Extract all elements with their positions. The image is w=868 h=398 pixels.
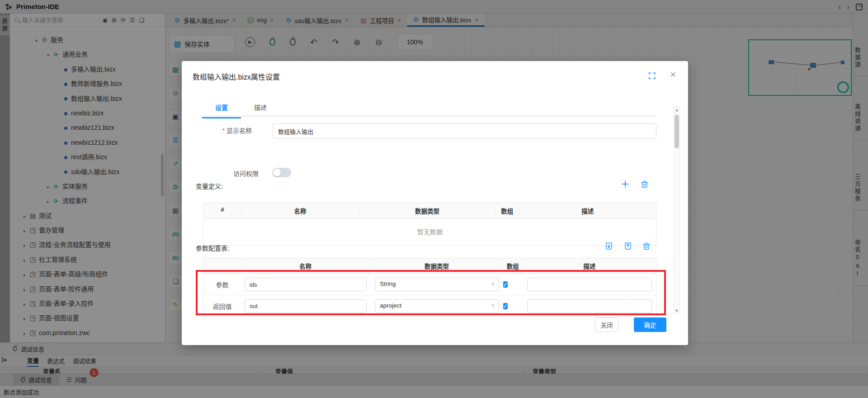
close-button[interactable]: 关闭 xyxy=(595,317,618,332)
param-type-select[interactable]: String xyxy=(375,278,499,291)
col-index: # xyxy=(204,203,241,218)
col-description: 描述 xyxy=(523,258,656,274)
col-array: 数组 xyxy=(503,258,523,274)
close-icon[interactable] xyxy=(670,70,676,80)
param-desc-input[interactable] xyxy=(527,278,652,291)
params-label: 参数配置表: xyxy=(196,243,229,252)
col-datatype: 数据类型 xyxy=(359,203,495,218)
params-table: 名称 数据类型 数组 描述 参数 String 返回值 aproject xyxy=(203,258,656,317)
export-icon[interactable] xyxy=(624,242,632,250)
col-name: 名称 xyxy=(241,203,359,218)
return-type-select[interactable]: aproject xyxy=(375,299,499,313)
import-icon[interactable] xyxy=(605,242,613,250)
return-desc-input[interactable] xyxy=(527,299,652,313)
col-datatype: 数据类型 xyxy=(371,258,503,274)
scroll-thumb[interactable] xyxy=(675,115,679,148)
tab-track xyxy=(202,116,656,117)
display-name-label: 显示名称 xyxy=(226,126,252,135)
return-name-input[interactable] xyxy=(245,299,367,313)
empty-placeholder: 暂无数据 xyxy=(204,219,656,245)
param-array-checkbox[interactable] xyxy=(503,281,508,288)
scroll-down-icon[interactable] xyxy=(674,308,679,313)
dialog-title: 数组输入输出.bizx属性设置 xyxy=(193,71,280,82)
param-row-return: 返回值 aproject xyxy=(204,295,656,317)
access-toggle[interactable] xyxy=(272,168,291,177)
param-row-input: 参数 String xyxy=(204,274,656,295)
return-array-checkbox[interactable] xyxy=(503,303,508,309)
confirm-button[interactable]: 确定 xyxy=(634,317,666,332)
col-description: 描述 xyxy=(519,203,656,218)
col-array: 数组 xyxy=(495,203,519,218)
access-label: 访问权限 xyxy=(233,169,259,178)
col-rowkind xyxy=(204,258,241,274)
scroll-up-icon[interactable] xyxy=(674,108,679,112)
variables-table: # 名称 数据类型 数组 描述 暂无数据 xyxy=(203,203,656,246)
add-variable-icon[interactable] xyxy=(621,180,629,188)
dialog-scrollbar[interactable] xyxy=(674,106,680,314)
col-name: 名称 xyxy=(241,258,371,274)
variables-label: 变量定义: xyxy=(196,181,223,190)
delete-param-icon[interactable] xyxy=(643,242,650,250)
required-asterisk: * xyxy=(222,127,225,134)
param-name-input[interactable] xyxy=(245,278,367,291)
row-kind: 返回值 xyxy=(204,302,241,311)
row-kind: 参数 xyxy=(204,280,241,289)
display-name-input[interactable] xyxy=(272,123,656,139)
ide-window: Primeton-IDE ‹ › 资源 服务 通用业务 多输入输出.bizx xyxy=(0,0,868,398)
delete-variable-icon[interactable] xyxy=(641,180,648,188)
fullscreen-icon[interactable] xyxy=(649,72,656,79)
properties-dialog: 数组输入输出.bizx属性设置 设置 描述 * 显示名称 访问权限 变量定义: xyxy=(182,61,688,345)
